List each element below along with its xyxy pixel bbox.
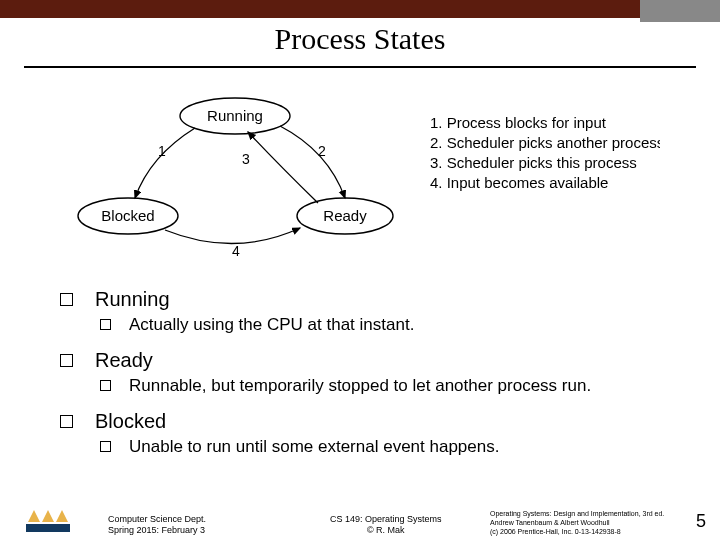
bullet-blocked-subtext: Unable to run until some external event … (129, 437, 499, 457)
legend-3: 3. Scheduler picks this process (430, 154, 637, 171)
slide-footer: Computer Science Dept. Spring 2015: Febr… (0, 504, 720, 536)
legend-4: 4. Input becomes available (430, 174, 608, 191)
bullet-box-icon (60, 415, 73, 428)
footer-dept: Computer Science Dept. Spring 2015: Febr… (108, 514, 206, 536)
arrow-2-label: 2 (318, 143, 326, 159)
slide-number: 5 (696, 511, 706, 532)
bullet-ready-sub: Runnable, but temporarily stopped to let… (60, 376, 690, 396)
arrow-1-label: 1 (158, 143, 166, 159)
footer-ref-3: (c) 2006 Prentice-Hall, Inc. 0-13-142938… (490, 527, 670, 536)
legend-2: 2. Scheduler picks another process (430, 134, 660, 151)
legend-1: 1. Process blocks for input (430, 114, 607, 131)
arrow-4-label: 4 (232, 243, 240, 259)
bullet-box-icon (100, 319, 111, 330)
bullet-running-subtext: Actually using the CPU at that instant. (129, 315, 414, 335)
footer-term: Spring 2015: February 3 (108, 525, 206, 536)
footer-dept-name: Computer Science Dept. (108, 514, 206, 525)
bullet-blocked: Blocked (60, 410, 690, 433)
bullet-ready: Ready (60, 349, 690, 372)
bullet-blocked-sub: Unable to run until some external event … (60, 437, 690, 457)
state-ready: Ready (323, 207, 367, 224)
slide-title: Process States (0, 22, 720, 56)
title-underline (24, 66, 696, 68)
bullet-ready-label: Ready (95, 349, 153, 372)
bullet-box-icon (60, 293, 73, 306)
footer-author: © R. Mak (330, 525, 442, 536)
sjsu-logo (26, 508, 70, 534)
bullet-box-icon (100, 441, 111, 452)
bullet-running-label: Running (95, 288, 170, 311)
arrow-3-label: 3 (242, 151, 250, 167)
slide-corner-tab (640, 0, 720, 22)
footer-ref-1: Operating Systems: Design and Implementa… (490, 509, 670, 518)
slide-top-stripe (0, 0, 720, 18)
footer-course: CS 149: Operating Systems © R. Mak (330, 514, 442, 536)
state-blocked: Blocked (101, 207, 154, 224)
bullet-list: Running Actually using the CPU at that i… (60, 288, 690, 471)
state-running: Running (207, 107, 263, 124)
bullet-blocked-label: Blocked (95, 410, 166, 433)
bullet-ready-subtext: Runnable, but temporarily stopped to let… (129, 376, 591, 396)
bullet-box-icon (60, 354, 73, 367)
bullet-running-sub: Actually using the CPU at that instant. (60, 315, 690, 335)
bullet-box-icon (100, 380, 111, 391)
footer-reference: Operating Systems: Design and Implementa… (490, 509, 670, 536)
bullet-running: Running (60, 288, 690, 311)
svg-rect-3 (26, 524, 70, 532)
footer-ref-2: Andrew Tanenbaum & Albert Woodhull (490, 518, 670, 527)
footer-course-name: CS 149: Operating Systems (330, 514, 442, 525)
state-diagram: Running Blocked Ready 1 2 3 4 1. Process… (70, 86, 660, 266)
